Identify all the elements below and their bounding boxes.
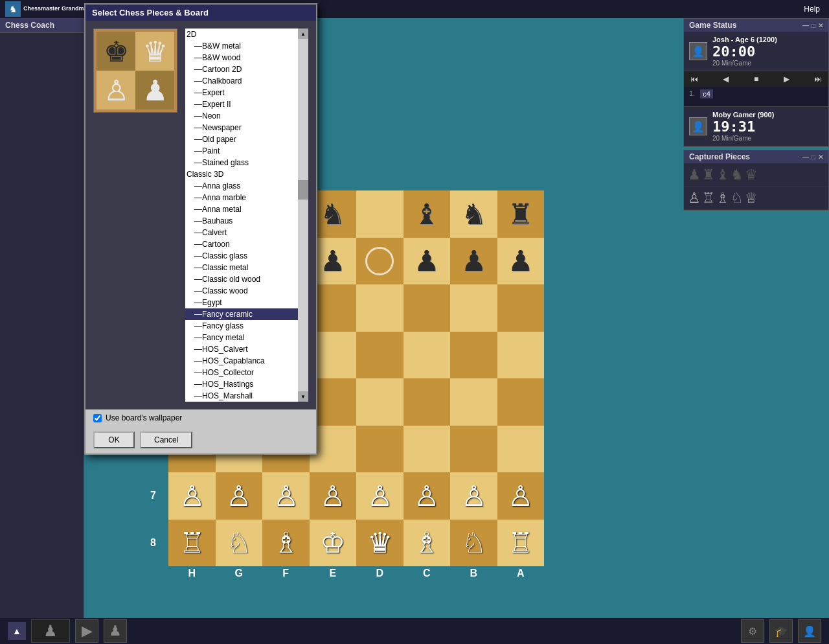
list-item-old-paper[interactable]: —Old paper — [185, 133, 308, 145]
list-item-bw-metal[interactable]: —B&W metal — [185, 40, 308, 52]
ok-button[interactable]: OK — [93, 431, 135, 448]
dialog-title-bar: Select Chess Pieces & Board — [85, 5, 316, 21]
cancel-button[interactable]: Cancel — [140, 431, 192, 448]
category-classic3d[interactable]: Classic 3D — [185, 168, 308, 180]
list-item-fancy-metal[interactable]: —Fancy metal — [185, 332, 308, 343]
list-item-fancy-ceramic[interactable]: —Fancy ceramic — [185, 308, 308, 320]
list-item-newspaper[interactable]: —Newspaper — [185, 122, 308, 133]
list-item-stained-glass[interactable]: —Stained glass — [185, 157, 308, 168]
list-item-hos-marshall[interactable]: —HOS_Marshall — [185, 390, 308, 402]
piece-list-wrapper[interactable]: 2D —B&W metal —B&W wood —Cartoon 2D —Cha… — [185, 29, 308, 402]
wallpaper-label[interactable]: Use board's wallpaper — [106, 413, 182, 422]
list-item-chalkboard[interactable]: —Chalkboard — [185, 75, 308, 87]
list-item-classic-old-wood[interactable]: —Classic old wood — [185, 273, 308, 285]
list-item-calvert[interactable]: —Calvert — [185, 227, 308, 238]
list-scroll-down-btn[interactable]: ▼ — [298, 391, 308, 402]
dialog-buttons: OK Cancel — [85, 426, 316, 454]
list-item-neon[interactable]: —Neon — [185, 110, 308, 122]
list-item-expert[interactable]: —Expert — [185, 87, 308, 98]
list-item-egypt[interactable]: —Egypt — [185, 297, 308, 308]
dialog-title: Select Chess Pieces & Board — [92, 8, 209, 17]
wallpaper-checkbox[interactable] — [93, 414, 102, 422]
wallpaper-section: Use board's wallpaper — [85, 409, 316, 426]
list-item-anna-glass[interactable]: —Anna glass — [185, 180, 308, 192]
list-item-hos-calvert[interactable]: —HOS_Calvert — [185, 343, 308, 355]
list-scroll-track[interactable] — [298, 39, 308, 391]
list-item-bauhaus[interactable]: —Bauhaus — [185, 215, 308, 227]
list-item-anna-marble[interactable]: —Anna marble — [185, 192, 308, 203]
list-item-anna-metal[interactable]: —Anna metal — [185, 203, 308, 215]
list-item-cartoon-3d[interactable]: —Cartoon — [185, 238, 308, 250]
list-scrollbar[interactable]: ▲ ▼ — [298, 29, 308, 402]
list-item-fancy-glass[interactable]: —Fancy glass — [185, 320, 308, 332]
select-pieces-dialog: Select Chess Pieces & Board ♚ ♛ ♙ ♟ 2D —… — [84, 3, 317, 455]
list-scroll-thumb[interactable] — [298, 180, 308, 200]
dialog-overlay: Select Chess Pieces & Board ♚ ♛ ♙ ♟ 2D —… — [0, 0, 829, 644]
list-item-cartoon[interactable]: —Cartoon 2D — [185, 63, 308, 75]
category-2d[interactable]: 2D — [185, 29, 308, 40]
list-container: 2D —B&W metal —B&W wood —Cartoon 2D —Cha… — [185, 29, 308, 402]
piece-preview: ♚ ♛ ♙ ♟ — [93, 29, 177, 113]
list-item-hos-hastings[interactable]: —HOS_Hastings — [185, 378, 308, 390]
list-item-expert2[interactable]: —Expert II — [185, 98, 308, 110]
list-item-classic-wood[interactable]: —Classic wood — [185, 285, 308, 297]
dialog-body: ♚ ♛ ♙ ♟ 2D —B&W metal —B&W wood —Cartoon… — [85, 21, 316, 409]
list-item-classic-glass[interactable]: —Classic glass — [185, 250, 308, 262]
list-item-paint[interactable]: —Paint — [185, 145, 308, 157]
list-item-classic-metal[interactable]: —Classic metal — [185, 262, 308, 273]
list-item-hos-capablanca[interactable]: —HOS_Capablanca — [185, 355, 308, 367]
list-scroll-up-btn[interactable]: ▲ — [298, 29, 308, 39]
list-item-hos-collector[interactable]: —HOS_Collector — [185, 367, 308, 378]
piece-list[interactable]: 2D —B&W metal —B&W wood —Cartoon 2D —Cha… — [185, 29, 308, 402]
list-item-bw-wood[interactable]: —B&W wood — [185, 52, 308, 63]
